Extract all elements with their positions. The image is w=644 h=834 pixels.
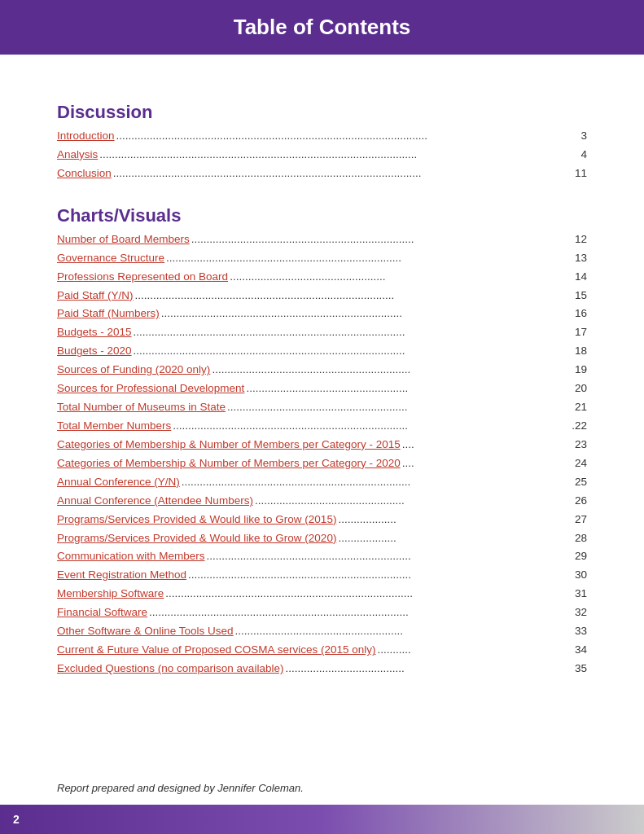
- toc-link[interactable]: Conclusion: [57, 165, 112, 182]
- toc-row: Membership Software.....................…: [57, 586, 587, 603]
- charts-entries: Number of Board Members.................…: [57, 231, 587, 678]
- toc-dots: ........................................…: [230, 269, 572, 286]
- bottom-bar: 2: [0, 805, 644, 834]
- toc-row: Other Software & Online Tools Used......…: [57, 623, 587, 640]
- toc-row: Annual Conference (Y/N).................…: [57, 474, 587, 491]
- page: Table of Contents Discussion Introductio…: [0, 0, 644, 834]
- toc-link[interactable]: Sources for Professional Development: [57, 380, 244, 397]
- toc-page: 4: [580, 147, 587, 164]
- toc-dots: ...................: [338, 530, 572, 547]
- toc-row: Conclusion..............................…: [57, 165, 587, 182]
- toc-row: Analysis................................…: [57, 147, 587, 164]
- toc-link[interactable]: Programs/Services Provided & Would like …: [57, 511, 336, 529]
- toc-dots: ........................................…: [165, 586, 572, 603]
- footer: Report prepared and designed by Jennifer…: [57, 780, 587, 795]
- toc-page: 23: [575, 437, 587, 454]
- toc-link[interactable]: Annual Conference (Attendee Numbers): [57, 493, 253, 510]
- toc-page: 11: [575, 165, 587, 182]
- toc-row: Paid Staff (Y/N)........................…: [57, 288, 587, 305]
- toc-link[interactable]: Sources of Funding (2020 only): [57, 362, 210, 379]
- toc-page: .22: [572, 418, 587, 435]
- toc-row: Categories of Membership & Number of Mem…: [57, 455, 587, 472]
- toc-dots: ........................................…: [134, 324, 572, 341]
- toc-row: Communication with Members..............…: [57, 548, 587, 565]
- toc-link[interactable]: Governance Structure: [57, 250, 164, 267]
- toc-dots: ....: [402, 455, 572, 472]
- toc-page: 3: [580, 128, 587, 145]
- toc-page: 27: [575, 511, 587, 529]
- toc-link[interactable]: Budgets - 2015: [57, 324, 132, 341]
- toc-link[interactable]: Introduction: [57, 128, 115, 145]
- toc-dots: ........................................…: [255, 493, 572, 510]
- toc-dots: .......................................: [285, 661, 572, 678]
- toc-row: Sources for Professional Development....…: [57, 380, 587, 397]
- toc-link[interactable]: Total Number of Museums in State: [57, 399, 226, 416]
- toc-link[interactable]: Programs/Services Provided & Would like …: [57, 530, 336, 547]
- toc-link[interactable]: Paid Staff (Numbers): [57, 305, 160, 323]
- toc-page: 15: [575, 288, 587, 305]
- toc-page: 25: [575, 474, 587, 491]
- toc-dots: ........................................…: [116, 128, 578, 145]
- toc-dots: ........................................…: [212, 362, 572, 379]
- toc-link[interactable]: Budgets - 2020: [57, 343, 132, 360]
- toc-dots: ........................................…: [207, 548, 572, 565]
- toc-page: 32: [575, 604, 587, 621]
- toc-link[interactable]: Professions Represented on Board: [57, 269, 228, 286]
- toc-dots: ........................................…: [173, 418, 568, 435]
- toc-link[interactable]: Communication with Members: [57, 548, 205, 565]
- toc-dots: ........................................…: [99, 147, 577, 164]
- toc-dots: ....: [402, 437, 572, 454]
- toc-link[interactable]: Categories of Membership & Number of Mem…: [57, 437, 401, 454]
- toc-dots: ........................................…: [227, 399, 572, 416]
- toc-row: Programs/Services Provided & Would like …: [57, 511, 587, 529]
- toc-link[interactable]: Membership Software: [57, 586, 164, 603]
- toc-link[interactable]: Total Member Numbers: [57, 418, 171, 435]
- toc-page: 18: [575, 343, 587, 360]
- toc-row: Current & Future Value of Proposed COSMA…: [57, 642, 587, 659]
- toc-content: Discussion Introduction.................…: [0, 55, 644, 834]
- toc-link[interactable]: Financial Software: [57, 604, 147, 621]
- toc-page: 17: [575, 324, 587, 341]
- toc-link[interactable]: Current & Future Value of Proposed COSMA…: [57, 642, 375, 659]
- toc-row: Budgets - 2015..........................…: [57, 324, 587, 341]
- toc-row: Total Member Numbers....................…: [57, 418, 587, 435]
- charts-section: Charts/Visuals Number of Board Members..…: [57, 205, 587, 678]
- toc-page: 26: [575, 493, 587, 510]
- toc-row: Categories of Membership & Number of Mem…: [57, 437, 587, 454]
- toc-dots: ........................................…: [166, 250, 572, 267]
- toc-link[interactable]: Other Software & Online Tools Used: [57, 623, 234, 640]
- toc-page: 30: [575, 567, 587, 584]
- toc-dots: ........................................…: [149, 604, 572, 621]
- toc-dots: ........................................…: [182, 474, 572, 491]
- toc-page: 35: [575, 661, 587, 678]
- toc-dots: ........................................…: [188, 567, 572, 584]
- toc-dots: ........................................…: [134, 343, 572, 360]
- footer-text: Report prepared and designed by Jennifer…: [57, 782, 304, 794]
- toc-row: Professions Represented on Board........…: [57, 269, 587, 286]
- toc-page: 31: [575, 586, 587, 603]
- toc-row: Paid Staff (Numbers)....................…: [57, 305, 587, 323]
- toc-link[interactable]: Categories of Membership & Number of Mem…: [57, 455, 401, 472]
- toc-page: 16: [575, 305, 587, 323]
- toc-link[interactable]: Event Registration Method: [57, 567, 186, 584]
- toc-page: 29: [575, 548, 587, 565]
- toc-link[interactable]: Excluded Questions (no comparison availa…: [57, 661, 283, 678]
- toc-page: 12: [575, 231, 587, 248]
- toc-row: Sources of Funding (2020 only)..........…: [57, 362, 587, 379]
- page-title: Table of Contents: [16, 15, 628, 40]
- toc-dots: ........................................…: [135, 288, 572, 305]
- toc-dots: ........................................…: [113, 165, 572, 182]
- toc-link[interactable]: Analysis: [57, 147, 98, 164]
- toc-row: Budgets - 2020..........................…: [57, 343, 587, 360]
- discussion-entries: Introduction............................…: [57, 128, 587, 182]
- page-number: 2: [13, 813, 20, 826]
- toc-row: Number of Board Members.................…: [57, 231, 587, 248]
- toc-dots: ...........: [377, 642, 572, 659]
- toc-row: Total Number of Museums in State........…: [57, 399, 587, 416]
- toc-link[interactable]: Annual Conference (Y/N): [57, 474, 180, 491]
- toc-page: 33: [575, 623, 587, 640]
- toc-row: Introduction............................…: [57, 128, 587, 145]
- toc-link[interactable]: Paid Staff (Y/N): [57, 288, 134, 305]
- toc-link[interactable]: Number of Board Members: [57, 231, 190, 248]
- toc-row: Programs/Services Provided & Would like …: [57, 530, 587, 547]
